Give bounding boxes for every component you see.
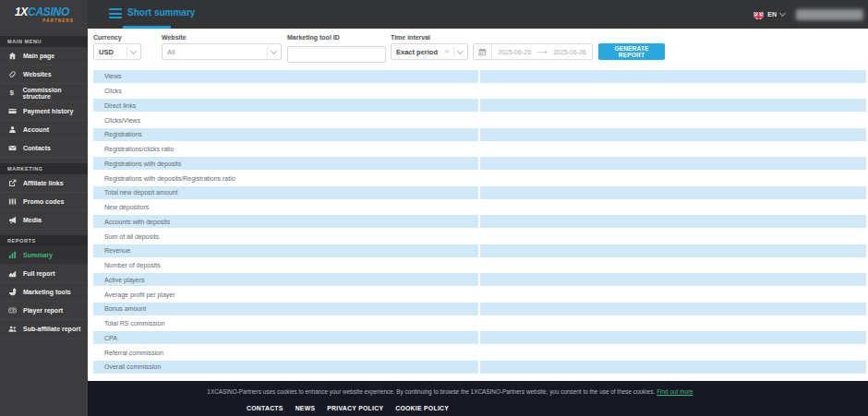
marketing-tool-filter: Marketing tool ID [287,33,386,63]
find-out-more-link[interactable]: Find out more [657,388,693,395]
footer-links: CONTACTSNEWSPRIVACY POLICYCOOKIE POLICY [247,405,868,411]
sidebar-item-affiliate-links[interactable]: Affiliate links [0,174,88,193]
sidebar-item-marketing-tools[interactable]: Marketing tools [0,283,88,302]
marketing-tool-id-input[interactable] [287,46,386,63]
users-icon [7,325,17,333]
table-row: Clicks/Views [93,113,866,127]
date-from-input[interactable]: 2025-06-26 [492,49,536,55]
uk-flag-icon [753,9,764,19]
sidebar-item-media[interactable]: Media [0,211,88,230]
brand-logo[interactable]: 1XCASINO PARTNERS [0,0,74,23]
table-row: Direct links [93,99,866,113]
user-account-redacted[interactable] [796,9,863,20]
date-to-input[interactable]: 2025-06-26 [548,49,592,55]
menu-toggle-icon[interactable] [109,8,122,21]
table-row: Sum of all deposits [93,229,866,244]
chevron-down-icon [271,47,277,53]
footer-link-news[interactable]: NEWS [295,405,316,411]
sidebar-item-payment-history[interactable]: Payment history [0,102,88,121]
sidebar-item-sub-affiliate-report[interactable]: Sub-affiliate report [0,320,88,339]
website-select[interactable]: All [162,43,282,60]
metric-value [480,259,866,272]
table-row: Clicks [93,84,866,99]
clear-icon[interactable]: × [444,48,449,55]
id-card-icon [7,306,17,315]
currency-select[interactable]: USD [93,43,141,60]
generate-report-button[interactable]: GENERATE REPORT [598,43,665,60]
table-row: Bonus amount [93,302,866,316]
header-actions: EN [753,0,863,29]
sidebar-item-contacts[interactable]: Contacts [0,139,88,158]
metric-value [480,215,866,228]
table-row: Active players [93,273,866,288]
envelope-icon [7,144,17,152]
sidebar-item-label: Player report [23,307,63,314]
credit-card-icon [7,107,17,115]
external-link-icon [7,179,17,187]
time-interval-select[interactable]: Exact period × [391,43,468,60]
sidebar-item-label: Summary [23,252,53,258]
currency-filter: Currency USD [93,33,141,60]
metric-label: Total RS commission [93,317,478,330]
home-icon [7,52,17,60]
language-selector[interactable]: EN [767,11,777,18]
table-row: Registrations/clicks ratio [93,142,866,157]
metric-label: Clicks [93,85,478,98]
metric-label: Accounts with deposits [93,215,478,228]
sidebar-item-promo-codes[interactable]: Promo codes [0,193,88,211]
sidebar-item-label: Affiliate links [23,180,64,186]
metric-value [480,70,866,83]
sidebar-item-label: Contacts [23,145,51,151]
user-icon [7,125,17,134]
metric-value [480,85,866,98]
sidebar-item-summary[interactable]: Summary [0,246,88,265]
footer-link-privacy-policy[interactable]: PRIVACY POLICY [327,405,383,411]
metric-label: Registrations with deposits [93,157,478,170]
sidebar-item-websites[interactable]: Websites [0,65,88,84]
currency-label: Currency [93,33,141,42]
sidebar-nav: MAIN MENUMain pageWebsites$Commission st… [0,29,88,339]
brand-name: 1XCASINO [15,6,74,18]
metric-value [480,317,866,330]
footer-link-contacts[interactable]: CONTACTS [247,405,283,411]
title-underline [123,26,171,29]
table-row: Registrations [93,127,866,142]
sidebar-item-player-report[interactable]: Player report [0,302,88,320]
metric-value [480,99,866,112]
metric-value [480,157,866,170]
metric-label: Active players [93,273,478,286]
sidebar-item-full-report[interactable]: Full report [0,265,88,283]
sidebar-item-label: Full report [23,270,55,277]
table-row: Total new deposit amount [93,185,866,200]
table-row: Revenue [93,244,866,258]
metric-value [480,143,866,156]
metric-value [480,288,866,301]
metric-label: CPA [93,331,478,344]
metric-value [480,361,866,374]
metric-value [480,186,866,199]
time-interval-filter: Time interval Exact period × [391,33,468,60]
sidebar-item-commission-structure[interactable]: $Commission structure [0,84,88,102]
sidebar-item-label: Media [23,217,42,223]
metric-label: Overall commission [93,361,478,374]
sidebar-item-account[interactable]: Account [0,121,88,139]
date-range-picker[interactable]: 2025-06-26 ⟶ 2025-06-26 [473,43,593,60]
sidebar: 1XCASINO PARTNERS MAIN MENUMain pageWebs… [0,0,88,416]
website-label: Website [162,33,282,42]
calendar-icon[interactable] [474,44,492,59]
barcode-icon [7,197,17,206]
sidebar-item-main-page[interactable]: Main page [0,47,88,65]
metric-label: Referral commission [93,346,478,359]
metric-value [480,244,866,257]
top-header: Short summary EN [88,0,868,29]
table-row: Total RS commission [93,316,866,331]
sidebar-section-reports: REPORTS [0,235,88,246]
footer-link-cookie-policy[interactable]: COOKIE POLICY [395,405,449,411]
table-row: Registrations with deposits/Registration… [93,171,866,185]
metric-label: Revenue [93,244,478,257]
metric-value [480,201,866,214]
table-row: Referral commission [93,345,866,360]
metric-label: Registrations [93,128,478,141]
sidebar-item-label: Promo codes [23,198,64,205]
metric-label: Number of deposits [93,259,478,272]
